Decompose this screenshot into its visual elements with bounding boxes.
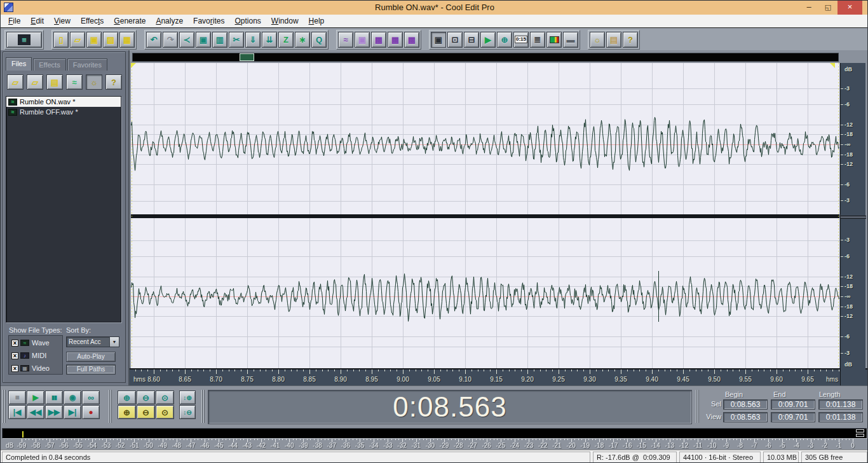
file-item[interactable]: ≈Rumble ON.wav * <box>6 97 121 107</box>
multitrack-view-button[interactable]: ≡ <box>6 32 42 48</box>
view-begin-field[interactable]: 0:08.563 <box>723 412 768 422</box>
zoom-out-button[interactable]: ⊖ <box>137 390 155 404</box>
effects-rack-button[interactable]: ▣ <box>355 32 370 48</box>
crop-selection-button[interactable]: ▣ <box>196 32 211 48</box>
sel-begin-field[interactable]: 0:08.563 <box>723 399 768 410</box>
minimize-button[interactable]: – <box>800 1 818 15</box>
show-time-window-button[interactable]: 0:15 <box>513 32 529 48</box>
mix-paste-button[interactable]: ⇊ <box>262 32 277 48</box>
convert-sample-type-button[interactable]: Z <box>278 32 294 48</box>
restore-button[interactable]: ◱ <box>819 1 837 15</box>
cut-button[interactable]: ✂ <box>229 32 244 48</box>
menu-favorites[interactable]: Favorites <box>188 15 229 27</box>
new-file-button[interactable]: ▯ <box>53 32 69 48</box>
insert-into-multitrack-button[interactable]: ≈ <box>66 74 83 90</box>
record-button[interactable]: ● <box>82 405 100 419</box>
sel-end-field[interactable]: 0:09.701 <box>771 399 815 410</box>
noise-reduction-button[interactable]: ∗ <box>295 32 310 48</box>
play-button[interactable]: ▶ <box>27 390 44 404</box>
file-item[interactable]: ≈Rumble OFF.wav * <box>6 107 121 117</box>
time-ruler[interactable]: hms8.608.658.708.758.808.858.908.959.009… <box>130 368 868 385</box>
open-file-button[interactable]: ▱ <box>70 32 85 48</box>
stop-button[interactable]: ■ <box>8 390 26 404</box>
menu-file[interactable]: File <box>3 15 25 27</box>
rewind-button[interactable]: ◀◀ <box>27 405 44 419</box>
zoom-in-right-edge-button[interactable]: ⊙ <box>156 405 174 419</box>
import-file-button[interactable]: ▤ <box>46 74 63 90</box>
selection-start-marker-top[interactable] <box>131 63 136 68</box>
level-meter-bar[interactable] <box>2 428 867 439</box>
menu-view[interactable]: View <box>49 15 76 27</box>
zoom-in-button[interactable]: ⊕ <box>118 390 136 404</box>
wave-checkbox[interactable]: × <box>11 340 18 347</box>
fast-forward-button[interactable]: ▶▶ <box>45 405 63 419</box>
divider-grip[interactable] <box>696 390 699 423</box>
overview-bar[interactable] <box>132 53 839 62</box>
tab-favorites[interactable]: Favorites <box>67 59 107 71</box>
sel-length-field[interactable]: 0:01.138 <box>818 399 863 410</box>
edit-waveform-view-button[interactable]: ≈ <box>338 32 353 48</box>
full-paths-button[interactable]: Full Paths <box>66 364 116 375</box>
dropdown-arrow-icon[interactable]: ▼ <box>109 337 119 347</box>
divider-grip[interactable] <box>3 390 6 423</box>
video-checkbox[interactable]: × <box>11 365 18 372</box>
menu-options[interactable]: Options <box>229 15 266 27</box>
show-organizer-window-button[interactable]: ▣ <box>431 32 446 48</box>
sort-by-dropdown[interactable]: Recent Acc ▼ <box>66 336 119 347</box>
scripts-button[interactable]: ▤ <box>606 32 621 48</box>
show-zoom-window-button[interactable]: ⊕ <box>497 32 512 48</box>
show-placekeeper-window-button[interactable]: ▬ <box>563 32 578 48</box>
redo-button[interactable]: ↷ <box>163 32 178 48</box>
divider-grip[interactable] <box>109 390 112 423</box>
spectral-view-button[interactable]: ▩ <box>371 32 386 48</box>
go-to-beginning-button[interactable]: |◀ <box>8 405 26 419</box>
show-cue-list-window-button[interactable]: ⊡ <box>447 32 463 48</box>
close-file-button[interactable]: ▱ <box>27 74 43 90</box>
show-sel-view-window-button[interactable]: ≣ <box>530 32 545 48</box>
vertical-zoom-out-button[interactable]: ↕⊖ <box>179 405 196 419</box>
close-button[interactable]: × <box>837 1 862 15</box>
menu-generate[interactable]: Generate <box>109 15 151 27</box>
open-file-button[interactable]: ▱ <box>7 74 24 90</box>
tab-effects[interactable]: Effects <box>33 59 65 71</box>
view-end-field[interactable]: 0:09.701 <box>771 412 815 422</box>
copy-button[interactable]: ▥ <box>212 32 227 48</box>
menu-help[interactable]: Help <box>304 15 330 27</box>
save-selection-button[interactable]: ▦ <box>119 32 135 48</box>
midi-checkbox[interactable]: × <box>11 352 18 359</box>
db-ruler[interactable]: dB-3-6-12-18-∞-18-12-6-3-3-6-12-18-∞-18-… <box>840 63 865 385</box>
waveform-canvas[interactable] <box>131 63 839 368</box>
zoom-in-left-edge-button[interactable]: ⊖ <box>137 405 155 419</box>
batch-process-button[interactable]: Q <box>311 32 327 48</box>
zoom-to-selection-button[interactable]: ⊕ <box>118 405 136 419</box>
loop-button[interactable]: ∞ <box>82 390 100 404</box>
selection-end-marker-top[interactable] <box>830 63 835 68</box>
show-transport-window-button[interactable]: ▶ <box>480 32 496 48</box>
spectral-pan-view-button[interactable]: ▩ <box>388 32 403 48</box>
file-list[interactable]: ≈Rumble ON.wav *≈Rumble OFF.wav * <box>6 96 121 322</box>
save-file-button[interactable]: ▣ <box>86 32 102 48</box>
menu-effects[interactable]: Effects <box>76 15 109 27</box>
menu-analyze[interactable]: Analyze <box>151 15 188 27</box>
pause-button[interactable]: ▮▮ <box>45 390 63 404</box>
play-looped-button[interactable]: ◉ <box>64 390 81 404</box>
view-length-field[interactable]: 0:01.138 <box>818 412 863 422</box>
auto-play-button[interactable]: Auto-Play <box>66 352 116 362</box>
vertical-zoom-in-button[interactable]: ↕⊕ <box>179 390 196 404</box>
organizer-help-button[interactable]: ? <box>105 74 122 90</box>
help-button[interactable]: ? <box>623 32 638 48</box>
save-as-file-button[interactable]: ▨ <box>103 32 118 48</box>
spectral-phase-view-button[interactable]: ▩ <box>404 32 419 48</box>
divider-grip[interactable] <box>201 390 205 423</box>
menu-window[interactable]: Window <box>266 15 304 27</box>
menu-edit[interactable]: Edit <box>25 15 49 27</box>
trim-button[interactable]: ≺ <box>179 32 194 48</box>
show-level-meters-window-button[interactable] <box>546 32 562 48</box>
show-play-list-window-button[interactable]: ⊟ <box>464 32 479 48</box>
zoom-full-button[interactable]: ⊙ <box>156 390 174 404</box>
paste-button[interactable]: ⇓ <box>245 32 261 48</box>
overview-thumb[interactable] <box>240 53 254 61</box>
organizer-options-button[interactable]: ☼ <box>86 74 102 90</box>
tab-files[interactable]: Files <box>6 57 32 71</box>
level-meter[interactable]: dB -59-58-57-56-55-54-53-52-51-50-49-48-… <box>1 427 868 450</box>
